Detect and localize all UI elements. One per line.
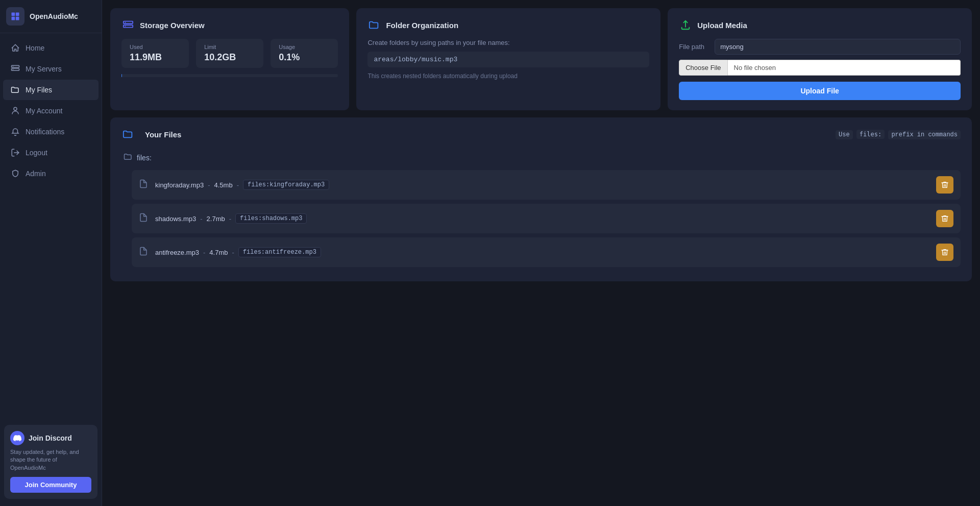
files-title-area: Your Files	[121, 128, 181, 141]
files-prefix-hint: Use files: prefix in commands	[836, 131, 961, 138]
top-cards-row: Storage Overview Used 11.9MB Limit 10.2G…	[110, 8, 972, 110]
folder-organization-card: Folder Organization Create folders by us…	[356, 8, 660, 110]
file-row: kingforaday.mp3 - 4.5mb - files:kingfora…	[132, 170, 961, 200]
file-input-row: Choose File No file chosen	[679, 60, 961, 76]
file-separator-1: -	[200, 215, 202, 223]
prefix-hint-use-text: Use	[836, 130, 853, 139]
root-folder-label: files:	[121, 148, 961, 167]
svg-rect-3	[16, 17, 19, 20]
shield-icon	[10, 168, 20, 179]
sidebar-item-my-files-label: My Files	[26, 86, 52, 94]
upload-card-header: Upload Media	[679, 18, 961, 32]
folder-example-path: areas/lobby/music.mp3	[368, 52, 649, 67]
limit-label: Limit	[204, 44, 255, 50]
file-info-0: kingforaday.mp3 - 4.5mb - files:kingfora…	[155, 180, 936, 190]
svg-point-12	[125, 26, 126, 27]
sidebar-item-my-account-label: My Account	[26, 107, 62, 115]
your-files-section: Your Files Use files: prefix in commands…	[110, 117, 972, 281]
sidebar-item-logout[interactable]: Logout	[3, 142, 99, 163]
file-size-0: 4.5mb	[214, 181, 233, 189]
discord-header: Join Discord	[10, 431, 91, 445]
sidebar-item-my-account[interactable]: My Account	[3, 101, 99, 121]
prefix-hint-code: files:	[856, 130, 885, 139]
sidebar-item-notifications-label: Notifications	[26, 128, 64, 136]
join-community-button[interactable]: Join Community	[10, 477, 91, 493]
file-name-0: kingforaday.mp3	[155, 181, 204, 189]
folder-org-icon	[368, 18, 381, 32]
upload-icon	[679, 18, 692, 32]
bell-icon	[10, 127, 20, 137]
sidebar-item-my-servers-label: My Servers	[26, 65, 62, 73]
storage-stats: Used 11.9MB Limit 10.2GB Usage 0.1%	[121, 39, 338, 68]
sidebar-item-my-files[interactable]: My Files	[3, 80, 99, 100]
file-info-2: antifreeze.mp3 - 4.7mb - files:antifreez…	[155, 247, 936, 257]
discord-card: Join Discord Stay updated, get help, and…	[4, 425, 97, 499]
logo-icon	[6, 7, 24, 26]
file-path-label: File path	[679, 43, 709, 51]
used-stat: Used 11.9MB	[121, 39, 189, 68]
file-path-input[interactable]	[715, 39, 961, 55]
root-folder-icon	[124, 152, 133, 163]
file-separator2-2: -	[232, 249, 234, 256]
no-file-chosen-text: No file chosen	[728, 60, 961, 76]
file-row: shadows.mp3 - 2.7mb - files:shadows.mp3	[132, 204, 961, 233]
upload-media-card: Upload Media File path Choose File No fi…	[668, 8, 972, 110]
discord-title: Join Discord	[29, 434, 72, 442]
file-separator2-0: -	[237, 181, 239, 189]
discord-description: Stay updated, get help, and shape the fu…	[10, 448, 91, 472]
sidebar-item-notifications[interactable]: Notifications	[3, 122, 99, 142]
delete-file-button-0[interactable]	[936, 176, 953, 194]
file-tag-0: files:kingforaday.mp3	[243, 180, 329, 190]
storage-card-header: Storage Overview	[121, 18, 338, 32]
svg-rect-1	[16, 13, 19, 16]
upload-file-button[interactable]: Upload File	[679, 82, 961, 100]
svg-point-6	[13, 66, 14, 67]
logout-icon	[10, 148, 20, 158]
sidebar-item-admin-label: Admin	[26, 170, 46, 178]
logo-area: OpenAudioMc	[0, 0, 102, 33]
svg-rect-10	[124, 25, 133, 28]
svg-rect-0	[12, 13, 15, 16]
your-files-title: Your Files	[145, 130, 181, 139]
user-icon	[10, 106, 20, 116]
file-row: antifreeze.mp3 - 4.7mb - files:antifreez…	[132, 237, 961, 267]
storage-icon	[121, 18, 135, 32]
file-icon-1	[139, 213, 150, 224]
file-icon-2	[139, 247, 150, 258]
choose-file-button[interactable]: Choose File	[679, 60, 727, 76]
storage-card-title: Storage Overview	[140, 21, 205, 30]
file-separator-0: -	[208, 181, 210, 189]
upload-card-title: Upload Media	[697, 21, 747, 30]
storage-progress-bg	[121, 74, 338, 77]
delete-file-button-2[interactable]	[936, 244, 953, 261]
svg-point-11	[125, 22, 126, 23]
discord-icon	[10, 431, 24, 445]
svg-rect-2	[12, 17, 15, 20]
used-value: 11.9MB	[130, 52, 181, 63]
sidebar-item-admin[interactable]: Admin	[3, 163, 99, 184]
file-path-row: File path	[679, 39, 961, 55]
svg-point-8	[14, 107, 17, 110]
file-tag-1: files:shadows.mp3	[235, 213, 307, 224]
storage-overview-card: Storage Overview Used 11.9MB Limit 10.2G…	[110, 8, 349, 110]
folder-org-description: Create folders by using paths in your fi…	[368, 39, 649, 46]
file-icon-0	[139, 179, 150, 190]
file-info-1: shadows.mp3 - 2.7mb - files:shadows.mp3	[155, 213, 936, 224]
usage-stat: Usage 0.1%	[271, 39, 338, 68]
sidebar-item-home[interactable]: Home	[3, 38, 99, 58]
sidebar-item-my-servers[interactable]: My Servers	[3, 59, 99, 79]
file-separator-2: -	[203, 249, 205, 256]
file-separator2-1: -	[229, 215, 231, 223]
limit-stat: Limit 10.2GB	[196, 39, 263, 68]
usage-value: 0.1%	[279, 52, 330, 63]
your-files-icon	[121, 128, 135, 141]
file-size-2: 4.7mb	[209, 249, 228, 256]
folder-card-header: Folder Organization	[368, 18, 649, 32]
app-name: OpenAudioMc	[30, 12, 78, 20]
delete-file-button-1[interactable]	[936, 210, 953, 227]
server-icon	[10, 64, 20, 74]
folder-icon	[10, 85, 20, 95]
usage-label: Usage	[279, 44, 330, 50]
main-content: Storage Overview Used 11.9MB Limit 10.2G…	[102, 0, 980, 506]
svg-point-7	[13, 69, 14, 70]
